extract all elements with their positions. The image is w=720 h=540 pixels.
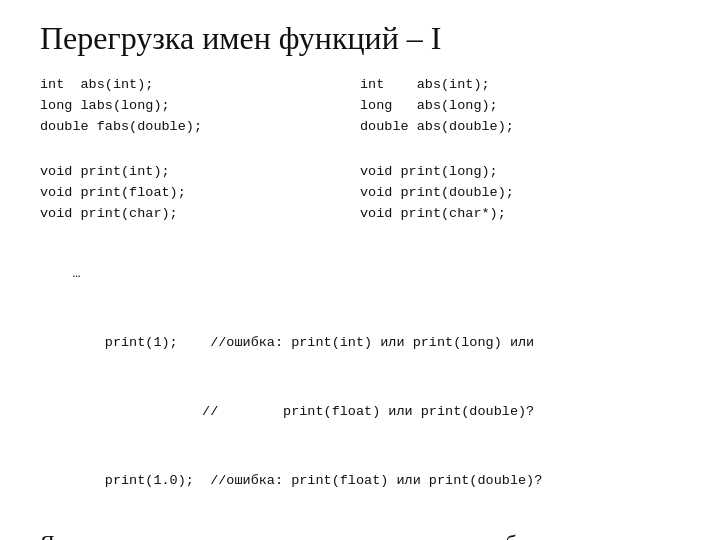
code-error-lines: print(1); //ошибка: print(int) или print… — [40, 309, 680, 378]
code-error-line2: // print(float) или print(double)? — [72, 404, 534, 419]
code-error-line1: print(1); //ошибка: print(int) или print… — [72, 335, 534, 350]
code-error-line3: print(1.0); //ошибка: print(float) или p… — [72, 473, 542, 488]
separator-1 — [40, 154, 680, 162]
page-title: Перегрузка имен функций – I — [40, 20, 680, 57]
code-print-left: void print(int); void print(float); void… — [40, 162, 360, 225]
code-error-line3-wrap: print(1.0); //ошибка: print(float) или p… — [40, 447, 680, 516]
code-abs-left: int abs(int); long labs(long); double fa… — [40, 75, 360, 138]
code-section-1: int abs(int); long labs(long); double fa… — [40, 75, 680, 138]
code-col-left-1: int abs(int); long labs(long); double fa… — [40, 75, 360, 138]
code-col-right-2: void print(long); void print(double); vo… — [360, 162, 680, 225]
code-col-right-1: int abs(int); long abs(long); double abs… — [360, 75, 680, 138]
code-section-2: void print(int); void print(float); void… — [40, 162, 680, 225]
code-ellipsis: … — [72, 266, 80, 281]
code-col-left-2: void print(int); void print(float); void… — [40, 162, 360, 225]
code-abs-right: int abs(int); long abs(long); double abs… — [360, 75, 680, 138]
code-error-line2-wrap: // print(float) или print(double)? — [40, 378, 680, 447]
code-print-right: void print(long); void print(double); vo… — [360, 162, 680, 225]
code-ellipsis-block: … — [40, 241, 680, 310]
page: Перегрузка имен функций – I int abs(int)… — [0, 0, 720, 540]
explicit-cast-label: Явное приведение параметров, определяюще… — [40, 530, 680, 540]
